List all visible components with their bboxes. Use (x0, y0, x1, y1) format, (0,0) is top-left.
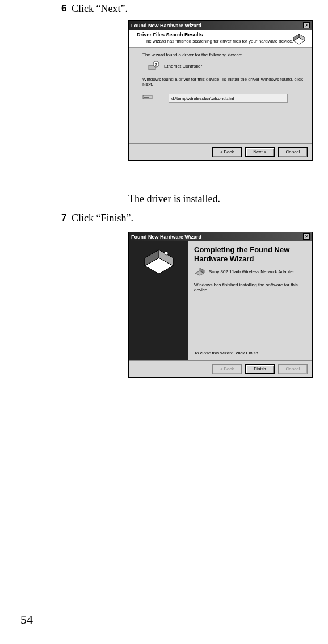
wizard-dialog-complete: Found New Hardware Wizard ✕ Completing t… (128, 232, 313, 378)
svg-point-11 (165, 252, 168, 255)
wizard-sidebar (129, 241, 188, 360)
titlebar: Found New Hardware Wizard ✕ (129, 21, 312, 30)
back-button[interactable]: < Back (212, 147, 242, 157)
adapter-icon (194, 266, 205, 277)
drive-icon (142, 94, 153, 100)
driver-path-text: d:\temp\wirelesslan\wlsondb.inf (171, 96, 234, 101)
finish-button[interactable]: Finish (245, 364, 275, 374)
svg-rect-7 (144, 97, 149, 98)
wizard-dialog-search-results: Found New Hardware Wizard ✕ Driver Files… (128, 20, 313, 161)
dialog-header-title: Driver Files Search Results (137, 32, 308, 37)
step-instruction: Click “Finish”. (72, 212, 133, 224)
driver-installed-text: The driver is installed. (128, 193, 220, 205)
svg-text:?: ? (155, 62, 158, 67)
hardware-large-icon (139, 246, 179, 278)
titlebar-text: Found New Hardware Wizard (131, 234, 201, 240)
driver-path-field: d:\temp\wirelesslan\wlsondb.inf (169, 94, 288, 103)
next-button[interactable]: Next > (245, 147, 275, 157)
install-instruction-text: Windows found a driver for this device. … (142, 77, 304, 87)
titlebar: Found New Hardware Wizard ✕ (129, 232, 312, 241)
close-instruction: To close this wizard, click Finish. (194, 350, 259, 356)
complete-title: Completing the Found New Hardware Wizard (194, 245, 306, 263)
dialog-content: Completing the Found New Hardware Wizard… (188, 241, 312, 360)
cancel-button[interactable]: Cancel (278, 147, 308, 157)
device-name: Ethernet Controller (164, 64, 202, 69)
back-button-disabled: < Back (212, 364, 242, 374)
cancel-button-disabled: Cancel (278, 364, 308, 374)
close-icon[interactable]: ✕ (303, 233, 310, 240)
close-icon[interactable]: ✕ (303, 22, 310, 28)
dialog-header: Driver Files Search Results The wizard h… (129, 30, 312, 48)
step-number: 6 (61, 3, 66, 14)
hardware-icon (291, 33, 308, 47)
page-number: 54 (20, 612, 33, 627)
dialog-content: The wizard found a driver for the follow… (129, 48, 312, 143)
dialog-header-subtitle: The wizard has finished searching for dr… (144, 39, 308, 44)
finished-text: Windows has finished installing the soft… (194, 282, 306, 292)
step-number: 7 (61, 212, 66, 224)
question-device-icon: ? (148, 61, 159, 71)
dialog-footer: < Back Finish Cancel (129, 360, 312, 377)
adapter-name: Sony 802.11a/b Wireless Network Adapter (209, 269, 294, 274)
found-driver-text: The wizard found a driver for the follow… (142, 52, 304, 57)
step-instruction: Click “Next”. (72, 3, 128, 14)
titlebar-text: Found New Hardware Wizard (131, 23, 201, 28)
dialog-footer: < Back Next > Cancel (129, 143, 312, 160)
